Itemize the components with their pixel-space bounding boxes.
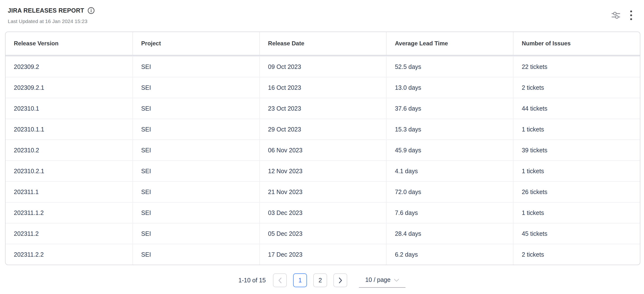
title-block: JIRA RELEASES REPORT Last Updated at 16 … <box>8 6 95 25</box>
kebab-menu-icon[interactable] <box>630 10 632 20</box>
column-header-project: Project <box>132 32 260 55</box>
releases-table: Release Version Project Release Date Ave… <box>5 32 640 265</box>
cell-project: SEI <box>132 182 260 202</box>
cell-release-date: 21 Nov 2023 <box>260 182 386 202</box>
cell-number-of-issues: 26 tickets <box>513 182 640 202</box>
table-row: 202310.1.1 SEI 29 Oct 2023 15.3 days 1 t… <box>6 118 640 140</box>
cell-number-of-issues: 2 tickets <box>513 244 640 265</box>
cell-average-lead-time: 7.6 days <box>386 202 513 223</box>
cell-release-date: 03 Dec 2023 <box>260 202 386 223</box>
cell-number-of-issues: 39 tickets <box>513 140 640 160</box>
page-1-button[interactable]: 1 <box>293 274 307 287</box>
pagination-range-label: 1-10 of 15 <box>238 277 266 284</box>
cell-number-of-issues: 45 tickets <box>513 224 640 244</box>
table-row: 202309.2 SEI 09 Oct 2023 52.5 days 22 ti… <box>6 56 640 77</box>
cell-release-date: 12 Nov 2023 <box>260 161 386 181</box>
cell-number-of-issues: 1 tickets <box>513 202 640 223</box>
cell-release-version: 202310.2 <box>6 140 132 160</box>
next-page-button[interactable] <box>334 274 347 287</box>
table-body: 202309.2 SEI 09 Oct 2023 52.5 days 22 ti… <box>6 56 640 265</box>
cell-project: SEI <box>132 161 260 181</box>
cell-release-version: 202310.2.1 <box>6 161 132 181</box>
cell-average-lead-time: 72.0 days <box>386 182 513 202</box>
table-row: 202309.2.1 SEI 16 Oct 2023 13.0 days 2 t… <box>6 77 640 98</box>
filter-sliders-icon[interactable] <box>612 12 620 19</box>
report-header: JIRA RELEASES REPORT Last Updated at 16 … <box>0 0 644 25</box>
cell-release-date: 29 Oct 2023 <box>260 119 386 140</box>
chevron-left-icon <box>278 277 282 284</box>
info-icon[interactable] <box>88 7 95 14</box>
cell-number-of-issues: 22 tickets <box>513 56 640 77</box>
cell-release-date: 23 Oct 2023 <box>260 98 386 118</box>
cell-project: SEI <box>132 224 260 244</box>
cell-project: SEI <box>132 202 260 223</box>
page-size-select[interactable]: 10 / page <box>359 273 406 288</box>
cell-release-date: 16 Oct 2023 <box>260 78 386 98</box>
cell-number-of-issues: 44 tickets <box>513 98 640 118</box>
cell-average-lead-time: 28.4 days <box>386 224 513 244</box>
cell-average-lead-time: 4.1 days <box>386 161 513 181</box>
column-header-average-lead-time: Average Lead Time <box>386 32 513 55</box>
cell-release-date: 05 Dec 2023 <box>260 224 386 244</box>
page-title: JIRA RELEASES REPORT <box>8 6 84 14</box>
cell-release-version: 202311.2 <box>6 224 132 244</box>
cell-release-date: 06 Nov 2023 <box>260 140 386 160</box>
page-size-label: 10 / page <box>365 276 390 283</box>
jira-releases-report-widget: JIRA RELEASES REPORT Last Updated at 16 … <box>0 0 644 294</box>
table-row: 202310.2 SEI 06 Nov 2023 45.9 days 39 ti… <box>6 140 640 160</box>
cell-project: SEI <box>132 140 260 160</box>
column-header-release-version: Release Version <box>6 32 132 55</box>
widget-actions <box>612 10 632 20</box>
pagination: 1-10 of 15 1 2 10 / page <box>0 273 644 288</box>
cell-release-date: 09 Oct 2023 <box>260 56 386 77</box>
cell-number-of-issues: 1 tickets <box>513 119 640 140</box>
last-updated-text: Last Updated at 16 Jan 2024 15:23 <box>8 18 95 25</box>
column-header-number-of-issues: Number of Issues <box>513 32 640 55</box>
cell-release-version: 202311.1.2 <box>6 202 132 223</box>
cell-average-lead-time: 37.6 days <box>386 98 513 118</box>
chevron-down-icon <box>394 279 399 282</box>
cell-release-version: 202311.2.2 <box>6 244 132 265</box>
cell-project: SEI <box>132 244 260 265</box>
cell-project: SEI <box>132 119 260 140</box>
cell-average-lead-time: 13.0 days <box>386 78 513 98</box>
chevron-right-icon <box>338 277 343 284</box>
cell-release-version: 202311.1 <box>6 182 132 202</box>
table-header-row: Release Version Project Release Date Ave… <box>6 32 640 56</box>
table-row: 202310.1 SEI 23 Oct 2023 37.6 days 44 ti… <box>6 98 640 118</box>
table-row: 202311.2 SEI 05 Dec 2023 28.4 days 45 ti… <box>6 223 640 244</box>
cell-release-version: 202310.1.1 <box>6 119 132 140</box>
cell-release-version: 202310.1 <box>6 98 132 118</box>
column-header-release-date: Release Date <box>260 32 386 55</box>
page-2-button[interactable]: 2 <box>313 274 327 287</box>
cell-project: SEI <box>132 56 260 77</box>
cell-average-lead-time: 15.3 days <box>386 119 513 140</box>
prev-page-button[interactable] <box>273 274 287 287</box>
cell-average-lead-time: 52.5 days <box>386 56 513 77</box>
table-row: 202311.2.2 SEI 17 Dec 2023 6.2 days 2 ti… <box>6 244 640 265</box>
table-row: 202311.1 SEI 21 Nov 2023 72.0 days 26 ti… <box>6 181 640 202</box>
cell-number-of-issues: 2 tickets <box>513 78 640 98</box>
cell-project: SEI <box>132 98 260 118</box>
cell-release-version: 202309.2.1 <box>6 78 132 98</box>
cell-project: SEI <box>132 78 260 98</box>
table-row: 202310.2.1 SEI 12 Nov 2023 4.1 days 1 ti… <box>6 160 640 181</box>
cell-number-of-issues: 1 tickets <box>513 161 640 181</box>
cell-release-version: 202309.2 <box>6 56 132 77</box>
cell-average-lead-time: 6.2 days <box>386 244 513 265</box>
cell-average-lead-time: 45.9 days <box>386 140 513 160</box>
table-row: 202311.1.2 SEI 03 Dec 2023 7.6 days 1 ti… <box>6 202 640 223</box>
cell-release-date: 17 Dec 2023 <box>260 244 386 265</box>
